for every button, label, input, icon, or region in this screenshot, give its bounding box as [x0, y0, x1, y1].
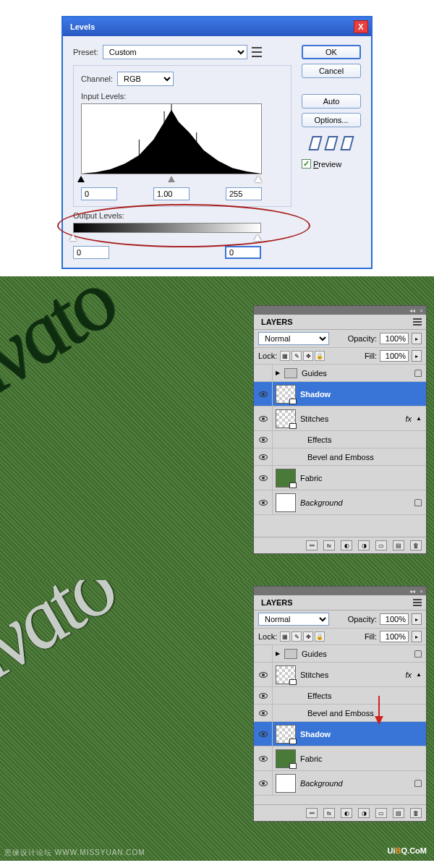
- visibility-eye-icon[interactable]: [259, 693, 268, 699]
- adjustment-layer-icon[interactable]: ◑: [358, 808, 370, 818]
- lock-position-icon[interactable]: ✥: [303, 351, 313, 361]
- layer-group-guides[interactable]: ▶Guides: [254, 365, 426, 382]
- new-group-icon[interactable]: ▭: [375, 540, 387, 550]
- input-slider[interactable]: [81, 176, 262, 183]
- fill-arrow[interactable]: ▸: [412, 350, 422, 362]
- lock-paint-icon[interactable]: ✎: [292, 631, 302, 642]
- visibility-eye-icon[interactable]: [259, 672, 268, 678]
- collapse-effects-icon[interactable]: ▲: [416, 415, 422, 422]
- close-button[interactable]: X: [354, 20, 368, 33]
- input-black-field[interactable]: [81, 187, 117, 200]
- fill-arrow[interactable]: ▸: [412, 631, 422, 642]
- blend-mode-select[interactable]: Normal: [258, 332, 329, 345]
- lock-paint-icon[interactable]: ✎: [292, 351, 302, 361]
- layer-fabric[interactable]: Fabric: [254, 466, 426, 490]
- layer-fabric[interactable]: Fabric: [254, 746, 426, 771]
- layers-tab[interactable]: LAYERS: [258, 316, 296, 328]
- lock-transparency-icon[interactable]: ▦: [280, 351, 290, 361]
- layer-label: Stitches: [300, 671, 328, 679]
- layer-thumbnail: [276, 749, 296, 768]
- preview-checkbox[interactable]: ✓: [302, 159, 311, 169]
- layer-mask-icon[interactable]: ◐: [341, 808, 352, 818]
- preset-menu-icon[interactable]: [252, 47, 262, 57]
- close-x-icon[interactable]: ×: [420, 588, 423, 595]
- effect-bevel-emboss[interactable]: Bevel and Emboss: [254, 705, 426, 722]
- panel-menu-icon[interactable]: [413, 318, 422, 326]
- layer-style-icon[interactable]: fx: [323, 540, 335, 550]
- channel-select[interactable]: RGB: [117, 72, 174, 86]
- output-gradient: [73, 223, 261, 233]
- lock-all-icon[interactable]: 🔒: [315, 631, 325, 642]
- collapse-left-icon: ◂◂: [409, 307, 415, 314]
- effects-row[interactable]: Effects: [254, 687, 426, 705]
- visibility-eye-icon[interactable]: [259, 731, 268, 737]
- expand-icon[interactable]: ▶: [276, 370, 280, 376]
- new-group-icon[interactable]: ▭: [375, 808, 387, 818]
- panel-collapse-bar[interactable]: ◂◂×: [254, 306, 426, 315]
- blend-mode-select[interactable]: Normal: [258, 613, 329, 626]
- opacity-input[interactable]: [380, 333, 409, 344]
- input-gamma-field[interactable]: [153, 187, 190, 200]
- adjustment-layer-icon[interactable]: ◑: [358, 540, 370, 550]
- visibility-eye-icon[interactable]: [259, 416, 268, 422]
- auto-button[interactable]: Auto: [302, 94, 361, 109]
- layer-mask-icon[interactable]: ◐: [341, 540, 352, 550]
- visibility-eye-icon[interactable]: [259, 391, 268, 397]
- lock-position-icon[interactable]: ✥: [303, 631, 313, 642]
- ok-button[interactable]: OK: [302, 45, 361, 59]
- visibility-eye-icon[interactable]: [259, 780, 268, 786]
- black-point-slider[interactable]: [77, 176, 85, 182]
- panel-menu-icon[interactable]: [413, 599, 422, 606]
- opacity-arrow[interactable]: ▸: [412, 333, 422, 344]
- fill-input[interactable]: [380, 631, 409, 642]
- layer-stitches[interactable]: Stitches fx▲: [254, 407, 426, 431]
- fill-input[interactable]: [380, 350, 409, 362]
- white-point-slider[interactable]: [255, 176, 262, 182]
- link-layers-icon[interactable]: ⚯: [306, 808, 318, 818]
- titlebar[interactable]: Levels X: [63, 17, 371, 36]
- collapse-effects-icon[interactable]: ▲: [416, 671, 422, 678]
- visibility-eye-icon[interactable]: [259, 500, 268, 506]
- input-white-field[interactable]: [226, 187, 262, 200]
- gray-eyedropper-icon[interactable]: [324, 136, 338, 150]
- layers-tab[interactable]: LAYERS: [258, 597, 296, 608]
- output-slider[interactable]: [73, 234, 254, 242]
- output-white-slider-left[interactable]: [69, 234, 77, 241]
- new-layer-icon[interactable]: ▤: [393, 808, 404, 818]
- preset-select[interactable]: Custom: [103, 45, 247, 59]
- effects-row[interactable]: Effects: [254, 431, 426, 448]
- close-x-icon[interactable]: ×: [420, 307, 423, 314]
- white-eyedropper-icon[interactable]: [340, 136, 354, 150]
- cancel-button[interactable]: Cancel: [302, 64, 361, 78]
- lock-all-icon[interactable]: 🔒: [315, 351, 325, 361]
- visibility-eye-icon[interactable]: [259, 454, 268, 460]
- layer-style-icon[interactable]: fx: [323, 808, 335, 818]
- layer-shadow[interactable]: Shadow: [254, 722, 426, 746]
- delete-layer-icon[interactable]: 🗑: [410, 808, 422, 818]
- effect-bevel-emboss[interactable]: Bevel and Emboss: [254, 448, 426, 466]
- delete-layer-icon[interactable]: 🗑: [410, 540, 422, 550]
- opacity-input[interactable]: [380, 613, 409, 625]
- gray-point-slider[interactable]: [168, 176, 175, 182]
- layer-group-guides[interactable]: ▶Guides: [254, 645, 426, 663]
- new-layer-icon[interactable]: ▤: [393, 540, 404, 550]
- lock-transparency-icon[interactable]: ▦: [280, 631, 290, 642]
- opacity-arrow[interactable]: ▸: [412, 613, 422, 625]
- lock-icon: [414, 370, 422, 377]
- layer-background[interactable]: Background: [254, 490, 426, 515]
- visibility-eye-icon[interactable]: [259, 756, 268, 762]
- layer-shadow[interactable]: Shadow: [254, 382, 426, 407]
- visibility-eye-icon[interactable]: [259, 437, 268, 443]
- output-black-field[interactable]: [73, 246, 109, 259]
- expand-icon[interactable]: ▶: [276, 650, 280, 657]
- black-eyedropper-icon[interactable]: [308, 136, 322, 150]
- visibility-eye-icon[interactable]: [259, 710, 268, 716]
- layer-stitches[interactable]: Stitches fx▲: [254, 663, 426, 687]
- visibility-eye-icon[interactable]: [259, 475, 268, 481]
- output-white-slider-right[interactable]: [254, 234, 261, 241]
- output-white-field[interactable]: [225, 246, 261, 259]
- link-layers-icon[interactable]: ⚯: [306, 540, 318, 550]
- layer-background[interactable]: Background: [254, 771, 426, 796]
- options-button[interactable]: Options...: [302, 113, 361, 127]
- panel-collapse-bar[interactable]: ◂◂×: [254, 587, 426, 595]
